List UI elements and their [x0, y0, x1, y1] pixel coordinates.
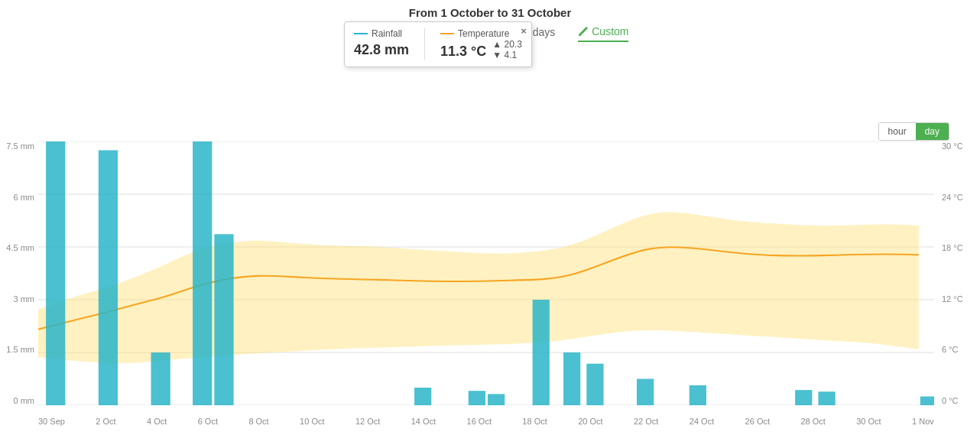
tooltip-close-button[interactable]: ×: [521, 25, 527, 37]
y-right-label-4: 6 °C: [942, 345, 959, 354]
bar-10: [586, 364, 603, 405]
bar-6: [469, 391, 485, 405]
temperature-section: Temperature 11.3 °C ▲ 20.3 ▼ 4.1: [440, 28, 522, 60]
y-right-label-3: 12 °C: [942, 294, 963, 304]
chart-container: From 1 October to 31 October Rainfall 42…: [0, 0, 980, 432]
x-label-15: 30 Oct: [856, 417, 881, 426]
bar-7: [488, 394, 505, 405]
temperature-value: 11.3 °C: [440, 44, 486, 60]
temp-minmax: ▲ 20.3 ▼ 4.1: [492, 39, 522, 60]
temperature-label: Temperature: [440, 28, 522, 39]
bar-12: [690, 385, 706, 405]
y-right-label-1: 24 °C: [942, 193, 963, 202]
y-right-label-0: 30 °C: [942, 141, 963, 151]
x-label-11: 22 Oct: [634, 417, 658, 426]
x-axis: 30 Sep 2 Oct 4 Oct 6 Oct 8 Oct 10 Oct 12…: [38, 417, 934, 426]
y-right-label-5: 0 °C: [942, 396, 959, 405]
y-axis-left: 7.5 mm 6 mm 4.5 mm 3 mm 1.5 mm 0 mm: [0, 141, 38, 405]
hour-button[interactable]: hour: [879, 123, 916, 140]
bar-1: [99, 151, 118, 406]
chart-title: From 1 October to 31 October: [0, 0, 980, 19]
y-right-label-2: 18 °C: [942, 243, 963, 252]
rainfall-section: Rainfall 42.8 mm: [354, 28, 409, 60]
x-label-1: 2 Oct: [96, 417, 115, 426]
tab-custom[interactable]: Custom: [578, 25, 628, 42]
bar-8: [533, 300, 550, 405]
x-label-16: 1 Nov: [912, 417, 934, 426]
rainfall-label: Rainfall: [354, 28, 409, 39]
x-label-13: 26 Oct: [745, 417, 770, 426]
y-left-label-3: 3 mm: [14, 294, 35, 304]
y-axis-right: 30 °C 24 °C 18 °C 12 °C 6 °C 0 °C: [938, 141, 980, 405]
x-label-10: 20 Oct: [578, 417, 602, 426]
temperature-icon: [440, 33, 454, 34]
day-button[interactable]: day: [916, 123, 949, 140]
view-toggle: hour day: [878, 122, 949, 141]
y-left-label-1: 6 mm: [14, 193, 35, 202]
temp-band: [38, 212, 919, 363]
bar-5: [414, 388, 431, 405]
bar-2: [151, 352, 170, 405]
bar-0: [46, 141, 65, 405]
x-label-9: 18 Oct: [522, 417, 547, 426]
x-label-3: 6 Oct: [198, 417, 218, 426]
chart-svg: [38, 141, 934, 405]
rainfall-value: 42.8 mm: [354, 42, 409, 58]
bar-3: [193, 141, 212, 405]
y-left-label-4: 1.5 mm: [6, 345, 34, 354]
bar-9: [563, 352, 580, 405]
chart-area: [38, 141, 934, 405]
x-label-14: 28 Oct: [800, 417, 825, 426]
x-label-5: 10 Oct: [300, 417, 324, 426]
y-left-label-5: 0 mm: [14, 396, 35, 405]
y-left-label-0: 7.5 mm: [6, 141, 34, 151]
x-label-6: 12 Oct: [355, 417, 380, 426]
rainfall-icon: [354, 33, 368, 34]
tooltip-divider: [424, 28, 425, 60]
tooltip-popup: Rainfall 42.8 mm Temperature 11.3 °C ▲ 2…: [344, 21, 532, 67]
x-label-12: 24 Oct: [690, 417, 714, 426]
x-label-2: 4 Oct: [147, 417, 167, 426]
bar-4: [214, 234, 233, 405]
x-label-0: 30 Sep: [38, 417, 65, 426]
bar-15: [920, 397, 934, 406]
y-left-label-2: 4.5 mm: [6, 243, 34, 252]
x-label-7: 14 Oct: [411, 417, 436, 426]
bar-11: [637, 379, 654, 406]
x-label-8: 16 Oct: [467, 417, 492, 426]
x-label-4: 8 Oct: [248, 417, 268, 426]
bar-14: [818, 391, 835, 405]
bar-13: [795, 390, 812, 405]
pencil-icon: [578, 26, 589, 37]
